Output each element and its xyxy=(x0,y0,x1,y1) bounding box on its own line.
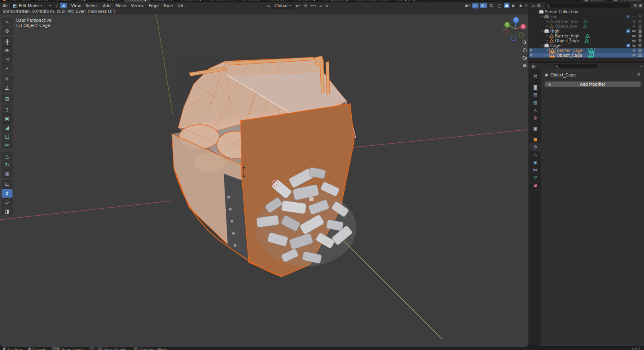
spin-tool[interactable]: ↻ xyxy=(2,161,12,169)
edge-slide-tool[interactable]: ⇆ xyxy=(2,180,12,189)
workspace-tab-sculpting[interactable]: Sculpting xyxy=(150,0,176,2)
outliner-row-cage[interactable]: ▾Cage xyxy=(529,43,644,48)
loop-cut-tool[interactable]: ◫ xyxy=(2,132,12,140)
hide-viewport-eye-icon[interactable] xyxy=(632,44,636,47)
expander-arrow[interactable]: ▸ xyxy=(545,39,549,42)
workspace-tab-texture-paint[interactable]: Texture Paint xyxy=(205,0,239,2)
viewport-menu-add[interactable]: Add xyxy=(100,3,113,8)
workspace-tab-geometry-nodes[interactable]: Geometry Nodes xyxy=(352,0,393,2)
outliner-row-barrier_high[interactable]: ▸Barrier_high xyxy=(529,33,644,38)
disable-render-camera-icon[interactable] xyxy=(638,29,642,33)
hide-viewport-eye-icon[interactable] xyxy=(632,49,636,52)
expander-arrow[interactable]: ▸ xyxy=(545,25,549,28)
viewport-menu-face[interactable]: Face xyxy=(161,3,175,8)
collection-checkbox[interactable] xyxy=(626,14,630,19)
tab-object[interactable]: ■ xyxy=(529,136,541,143)
proportional-editing-icon[interactable]: ◎ xyxy=(302,3,308,8)
outliner-display-mode-icon[interactable]: ⊟▾ xyxy=(537,4,542,8)
shear-tool[interactable]: ▱ xyxy=(2,198,12,206)
disable-render-camera-icon[interactable] xyxy=(638,53,642,57)
extrude-region-tool[interactable]: ↥ xyxy=(2,105,12,114)
menu-window[interactable]: Window xyxy=(53,0,74,2)
move-tool[interactable]: ╋ xyxy=(2,37,12,46)
gizmo-z-neg[interactable] xyxy=(511,36,516,41)
rotate-tool[interactable]: ⟳ xyxy=(2,46,12,55)
orientation-dropdown[interactable]: Global▾ xyxy=(272,3,293,9)
workspace-tab-uv-editing[interactable]: UV Editing xyxy=(177,0,205,2)
pan-hand-icon[interactable] xyxy=(521,47,528,54)
poly-build-tool[interactable]: △ xyxy=(2,152,12,160)
properties-search-input[interactable] xyxy=(553,64,598,68)
viewport-menu-select[interactable]: Select xyxy=(83,3,101,8)
hide-viewport-eye-icon[interactable] xyxy=(632,34,636,38)
face-select[interactable]: ▰ xyxy=(60,3,67,8)
tab-material[interactable]: ◕ xyxy=(529,181,541,189)
tab-world[interactable]: ◍ xyxy=(529,114,541,121)
disable-render-camera-icon[interactable] xyxy=(638,43,642,47)
rip-region-tool[interactable]: ◨ xyxy=(2,207,12,215)
menu-render[interactable]: Render xyxy=(33,0,53,2)
smooth-tool[interactable]: ◍ xyxy=(2,169,12,178)
disable-render-camera-icon[interactable] xyxy=(638,48,642,52)
outliner-filter-icon[interactable]: ∇▾ xyxy=(634,4,637,8)
inset-faces-tool[interactable]: ▣ xyxy=(2,114,12,123)
blender-logo-icon[interactable]: ● xyxy=(2,0,6,2)
disable-render-camera-icon[interactable] xyxy=(638,34,642,38)
knife-tool[interactable]: ✂ xyxy=(2,141,12,149)
menu-file[interactable]: File xyxy=(7,0,20,2)
pin-icon[interactable] xyxy=(637,72,641,77)
mesh-symmetry-icon[interactable]: ▫ xyxy=(318,3,323,8)
tab-constraints[interactable]: ⋈ xyxy=(529,166,541,174)
zoom-icon[interactable] xyxy=(521,39,528,46)
measure-tool[interactable]: ∠ xyxy=(2,84,12,92)
add-modifier-button[interactable]: + Add Modifier xyxy=(545,81,641,87)
workspace-tab-rendering[interactable]: Rendering xyxy=(291,0,319,2)
menu-help[interactable]: Help xyxy=(74,0,89,2)
hide-viewport-eye-icon[interactable] xyxy=(632,25,636,28)
snapping-icon[interactable]: ⌀▾ xyxy=(295,3,301,8)
hide-viewport-eye-icon[interactable] xyxy=(632,20,636,23)
scene-selector[interactable]: ◙Scene xyxy=(581,0,606,2)
transform-tool[interactable]: ⌖ xyxy=(2,64,12,72)
gizmo-x-neg[interactable] xyxy=(503,29,508,34)
workspace-tab-scripting[interactable]: Scripting xyxy=(394,0,419,2)
tab-data[interactable]: ▽ xyxy=(529,174,541,181)
tab-render[interactable]: ◙ xyxy=(529,83,541,91)
expander-arrow[interactable]: ▾ xyxy=(540,15,544,18)
properties-editor-icon[interactable]: ≣▾ xyxy=(531,64,536,68)
scale-tool[interactable]: ⇲ xyxy=(2,55,12,64)
xray-icon[interactable]: ⊡ xyxy=(488,3,494,8)
viewport-menu-mesh[interactable]: Mesh xyxy=(113,3,128,8)
tab-particles[interactable]: ∴ xyxy=(529,151,541,159)
overlays-icon[interactable]: ◎▾ xyxy=(480,3,487,8)
outliner-editor-icon[interactable]: ≡▾ xyxy=(531,4,536,8)
viewport-menu-view[interactable]: View xyxy=(69,3,83,8)
collection-checkbox[interactable] xyxy=(626,29,630,33)
tab-tool[interactable]: ⚒ xyxy=(529,72,541,80)
gizmo-y-neg[interactable] xyxy=(519,33,524,37)
shading-dropdown-caret[interactable]: ▾ xyxy=(525,4,527,7)
outliner-row-scene-collection[interactable]: Scene Collection xyxy=(529,9,644,14)
workspace-tab-layout[interactable]: Layout xyxy=(103,0,124,2)
3d-viewport[interactable]: ↑↓ Shrink/Fatten: 0.04886 m, (S or Alt) … xyxy=(0,9,528,347)
proportional-falloff-icon[interactable]: ⊷▾ xyxy=(309,3,317,8)
workspace-tab-compositing[interactable]: Compositing xyxy=(319,0,352,2)
tab-modifiers[interactable]: ⚙ xyxy=(529,143,541,151)
workspace-tab-shading[interactable]: Shading xyxy=(239,0,262,2)
rendered-shading-icon[interactable]: ◑ xyxy=(518,3,523,8)
tab-scene[interactable]: ◬ xyxy=(529,106,541,114)
expander-arrow[interactable]: ▸ xyxy=(545,20,549,23)
expander-arrow[interactable]: ▸ xyxy=(545,49,549,52)
vertex-select[interactable]: • xyxy=(47,3,54,8)
tab-collection[interactable]: ▣ xyxy=(529,125,541,132)
edge-select[interactable]: ╱ xyxy=(54,3,60,8)
menu-edit[interactable]: Edit xyxy=(19,0,33,2)
disable-render-camera-icon[interactable] xyxy=(638,19,642,23)
bevel-tool[interactable]: ◢ xyxy=(2,123,12,132)
expander-arrow[interactable]: ▸ xyxy=(545,54,549,57)
hide-viewport-eye-icon[interactable] xyxy=(632,54,636,57)
expander-arrow[interactable]: ▾ xyxy=(540,44,544,47)
cursor-tool[interactable]: ⊕ xyxy=(2,27,12,35)
solid-shading-icon[interactable]: ● xyxy=(504,3,510,8)
viewport-menu-vertex[interactable]: Vertex xyxy=(128,3,146,8)
